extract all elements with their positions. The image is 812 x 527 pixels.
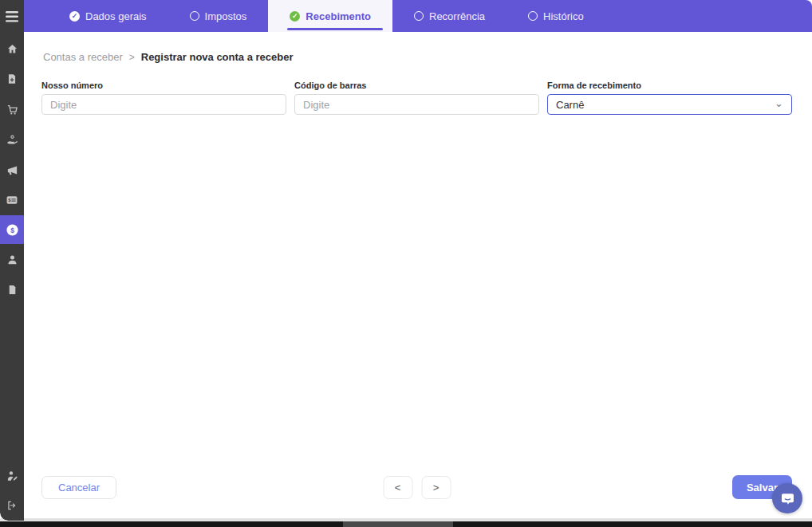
- footer-actions: Cancelar < > Salvar: [41, 475, 792, 499]
- dollar-circle-icon: $: [10, 226, 14, 234]
- chevron-left-icon: <: [395, 482, 401, 494]
- codigo-de-barras-input[interactable]: [294, 94, 539, 115]
- os-taskbar-segment: [343, 521, 453, 527]
- codigo-de-barras-label: Código de barras: [294, 81, 539, 90]
- tab-historico[interactable]: Histórico: [507, 0, 605, 32]
- main-content: Contas a receber > Registrar nova conta …: [24, 32, 812, 521]
- tab-dados-gerais[interactable]: ✓ Dados gerais: [48, 0, 168, 32]
- tab-impostos[interactable]: Impostos: [168, 0, 269, 32]
- field-nosso-numero: Nosso número: [41, 81, 286, 115]
- chevron-right-icon: >: [433, 482, 440, 494]
- previous-step-button[interactable]: <: [383, 476, 412, 499]
- empty-circle-icon: [528, 11, 538, 21]
- page-title: Registrar nova conta a receber: [141, 51, 294, 63]
- empty-circle-icon: [414, 11, 424, 21]
- cancel-button[interactable]: Cancelar: [41, 476, 116, 499]
- sidebar: $ $: [0, 0, 24, 521]
- logout-icon[interactable]: [0, 490, 24, 521]
- os-taskbar-strip: [0, 521, 812, 527]
- field-forma-de-recebimento: Forma de recebimento Carnê ⌄: [547, 81, 792, 115]
- nosso-numero-input[interactable]: [41, 94, 286, 115]
- next-step-button[interactable]: >: [421, 476, 451, 499]
- wizard-tab-bar: ✓ Dados gerais Impostos ✓ Recebimento Re…: [24, 0, 812, 32]
- home-icon[interactable]: [0, 33, 24, 64]
- sidebar-item-finance-active[interactable]: $: [0, 215, 24, 244]
- forma-de-recebimento-select[interactable]: Carnê ⌄: [547, 94, 792, 115]
- tab-label: Histórico: [543, 10, 584, 22]
- tab-label: Recebimento: [305, 10, 371, 22]
- check-circle-icon: ✓: [69, 11, 80, 22]
- tab-recorrencia[interactable]: Recorrência: [392, 0, 507, 32]
- user-icon[interactable]: [0, 244, 24, 274]
- breadcrumb-parent-link[interactable]: Contas a receber: [43, 51, 123, 63]
- app-window: $ $ ✓ Dados gerais Impostos ✓ Rece: [0, 0, 812, 521]
- user-edit-icon[interactable]: [0, 460, 24, 490]
- hand-coin-icon[interactable]: [0, 124, 24, 155]
- megaphone-icon[interactable]: [0, 155, 24, 185]
- tab-label: Recorrência: [429, 10, 485, 22]
- breadcrumb-separator: >: [129, 52, 135, 63]
- field-codigo-de-barras: Código de barras: [294, 81, 539, 115]
- tab-label: Dados gerais: [85, 10, 147, 22]
- chat-launcher-button[interactable]: [772, 483, 802, 513]
- breadcrumb: Contas a receber > Registrar nova conta …: [24, 32, 812, 63]
- hamburger-menu-icon[interactable]: [0, 0, 24, 33]
- file-icon[interactable]: [0, 274, 24, 305]
- step-pager: < >: [383, 476, 451, 499]
- cart-icon[interactable]: [0, 94, 24, 124]
- active-tab-underline: [287, 28, 383, 30]
- payment-card-icon[interactable]: $: [0, 185, 24, 215]
- tab-label: Impostos: [205, 10, 247, 22]
- tab-recebimento[interactable]: ✓ Recebimento: [268, 0, 392, 32]
- check-circle-green-icon: ✓: [290, 11, 300, 22]
- chevron-down-icon: ⌄: [775, 98, 783, 108]
- nosso-numero-label: Nosso número: [41, 81, 286, 90]
- select-value: Carnê: [556, 99, 584, 111]
- file-plus-icon[interactable]: [0, 64, 24, 94]
- chat-bubble-icon: [780, 491, 795, 506]
- receivable-form: Nosso número Código de barras Forma de r…: [24, 63, 812, 115]
- empty-circle-icon: [190, 11, 199, 21]
- forma-de-recebimento-label: Forma de recebimento: [547, 81, 792, 90]
